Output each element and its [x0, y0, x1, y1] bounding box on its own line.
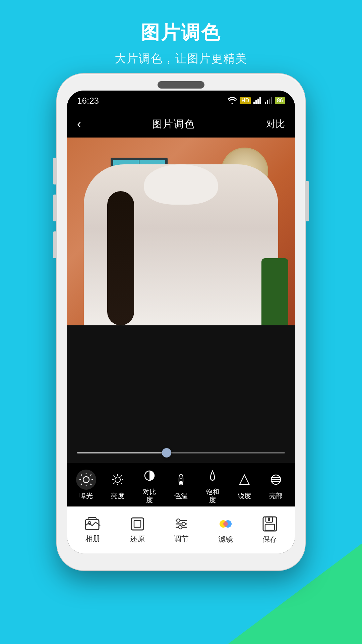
brightness-icon — [111, 473, 124, 486]
tool-contrast[interactable]: 对比 度 — [139, 466, 160, 504]
signal-4g-icon — [253, 97, 262, 104]
photo-hat — [144, 164, 218, 205]
wifi-icon — [228, 97, 237, 104]
phone-screen: 16:23 HD — [67, 91, 295, 553]
temperature-label: 色温 — [174, 492, 188, 500]
sharpness-icon — [238, 473, 251, 486]
reset-label: 还原 — [130, 534, 145, 544]
signal-2g-icon — [265, 97, 272, 104]
saturation-icon — [206, 469, 219, 482]
sharpness-label: 锐度 — [238, 492, 251, 500]
sharpness-icon-wrap — [234, 470, 254, 490]
svg-rect-2 — [257, 99, 259, 104]
bottom-nav-save[interactable]: 保存 — [262, 516, 277, 544]
tool-exposure[interactable]: 曝光 — [76, 470, 96, 500]
svg-line-14 — [90, 484, 92, 485]
svg-rect-0 — [253, 102, 255, 104]
filter-label: 滤镜 — [218, 534, 233, 544]
temperature-icon-wrap — [171, 470, 191, 490]
svg-rect-51 — [268, 518, 270, 521]
adjust-icon — [174, 517, 189, 531]
slider-track[interactable] — [77, 452, 285, 453]
status-time: 16:23 — [77, 96, 99, 106]
photo-plant-decoration — [261, 258, 288, 325]
bottom-nav-album[interactable]: 相册 — [85, 517, 101, 544]
back-button[interactable]: ‹ — [77, 117, 81, 131]
saturation-label: 饱和 度 — [206, 488, 219, 504]
svg-point-8 — [83, 477, 89, 483]
tools-area: 曝光 亮度 — [67, 463, 295, 506]
tool-temperature[interactable]: 色温 — [171, 470, 191, 500]
highlights-icon — [269, 473, 283, 486]
contrast-icon — [143, 469, 156, 482]
adjustment-slider-container — [67, 443, 295, 463]
svg-rect-38 — [131, 518, 143, 530]
saturation-icon-wrap — [202, 466, 223, 486]
reset-icon — [130, 517, 145, 531]
brightness-icon-wrap — [108, 470, 128, 490]
svg-rect-39 — [134, 521, 141, 527]
tool-highlights[interactable]: 亮部 — [266, 470, 286, 500]
top-title-area: 图片调色 大片调色，让图片更精美 — [0, 20, 362, 66]
svg-point-43 — [177, 519, 180, 522]
svg-line-24 — [121, 476, 122, 477]
svg-rect-7 — [271, 97, 272, 104]
status-icons: HD 86 — [228, 97, 285, 104]
exposure-icon — [79, 473, 93, 486]
tool-sharpness[interactable]: 锐度 — [234, 470, 254, 500]
page-title: 图片调色 — [0, 20, 362, 46]
svg-line-15 — [90, 475, 92, 476]
svg-line-16 — [81, 484, 82, 485]
compare-button[interactable]: 对比 — [266, 118, 285, 130]
svg-line-25 — [114, 483, 115, 484]
tool-saturation[interactable]: 饱和 度 — [202, 466, 223, 504]
svg-rect-1 — [255, 100, 257, 104]
album-label: 相册 — [85, 534, 100, 544]
svg-point-17 — [115, 477, 120, 482]
highlights-label: 亮部 — [269, 492, 283, 500]
svg-line-23 — [121, 483, 122, 484]
filter-icon — [218, 516, 233, 532]
save-icon — [262, 516, 277, 532]
photo-person-silhouette — [84, 164, 278, 325]
photo-hair — [107, 191, 134, 325]
svg-rect-5 — [267, 100, 268, 104]
slider-thumb[interactable] — [162, 448, 171, 458]
contrast-icon-wrap — [139, 466, 160, 486]
svg-line-22 — [114, 476, 115, 477]
status-bar: 16:23 HD — [67, 91, 295, 111]
image-area — [67, 138, 295, 325]
svg-point-45 — [179, 526, 182, 529]
highlights-icon-wrap — [266, 470, 286, 490]
tool-brightness[interactable]: 亮度 — [108, 470, 128, 500]
nav-title: 图片调色 — [152, 117, 195, 131]
bottom-nav-reset[interactable]: 还原 — [130, 517, 145, 544]
exposure-icon-wrap — [76, 470, 96, 490]
nav-bar: ‹ 图片调色 对比 — [67, 111, 295, 138]
slider-fill — [77, 452, 167, 453]
svg-point-44 — [182, 522, 185, 526]
hd-badge: HD — [240, 97, 251, 104]
album-icon — [85, 517, 101, 531]
brightness-label: 亮度 — [111, 492, 124, 500]
save-label: 保存 — [262, 534, 277, 544]
svg-rect-35 — [85, 520, 99, 530]
page-subtitle: 大片调色，让图片更精美 — [0, 51, 362, 66]
bottom-nav-filter[interactable]: 滤镜 — [218, 516, 233, 544]
phone-speaker — [158, 81, 204, 89]
svg-point-27 — [179, 481, 183, 484]
temperature-icon — [174, 473, 188, 486]
battery-indicator: 86 — [275, 97, 285, 104]
svg-line-13 — [81, 475, 82, 476]
svg-rect-6 — [269, 99, 270, 104]
bottom-nav: 相册 还原 调节 — [67, 506, 295, 553]
exposure-label: 曝光 — [79, 492, 93, 500]
svg-rect-37 — [88, 518, 96, 520]
svg-rect-3 — [259, 97, 261, 104]
contrast-label: 对比 度 — [143, 488, 156, 504]
svg-rect-50 — [265, 524, 275, 530]
adjust-label: 调节 — [174, 534, 189, 544]
photo-canvas — [67, 138, 295, 325]
bottom-nav-adjust[interactable]: 调节 — [174, 517, 189, 544]
phone-mockup: 16:23 HD — [57, 74, 305, 570]
